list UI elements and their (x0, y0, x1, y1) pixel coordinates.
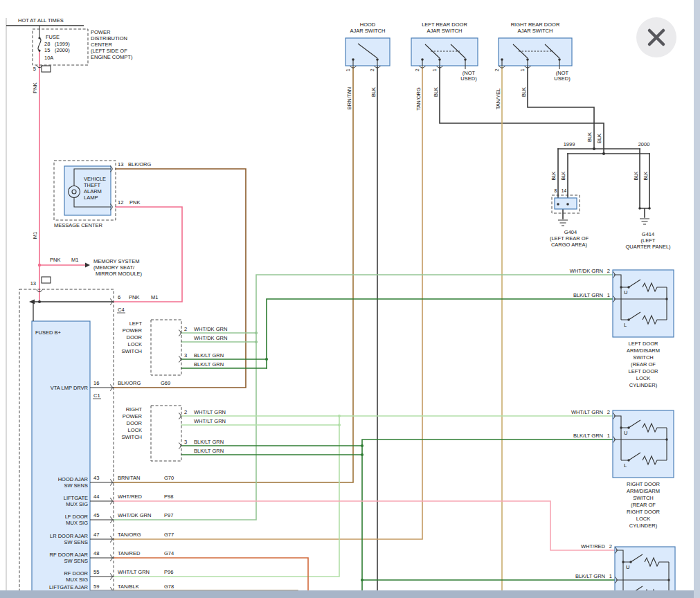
pin-name: HOOD AJAR (58, 476, 89, 482)
connector-arc (179, 443, 181, 449)
memory-system-line: (MEMORY SEAT/ (93, 264, 135, 271)
switch-dashed-box (151, 320, 181, 375)
pin-circuit: G74 (164, 550, 174, 556)
wire-label-blk: BLK (634, 171, 638, 180)
pin-circuit: G70 (164, 475, 174, 481)
wire-tanorg-left-rear (114, 66, 422, 539)
g404-location: CARGO AREA) (551, 242, 588, 248)
pdc-location-line: POWER (91, 29, 111, 35)
pin-circuit: P96 (164, 569, 173, 575)
message-center-caption: MESSAGE CENTER (54, 222, 103, 228)
wire-label-blk: BLK (521, 87, 527, 97)
pin-name: LF DOOR (65, 514, 89, 520)
g414-location: QUARTER PANEL) (625, 244, 671, 250)
switch-box (613, 410, 674, 478)
pin-number: 55 (93, 569, 99, 575)
wire-label-blk: BLK (596, 134, 602, 143)
pin-number: 47 (93, 532, 99, 538)
wire-label-brntan: BRN/TAN (346, 87, 352, 109)
pin2-wire-b: WHT/LT GRN (194, 418, 226, 424)
wire-label-blk: BLK (561, 171, 566, 180)
pin6-connector: C4 (118, 307, 125, 313)
wire-blkltgrn-left-main (267, 299, 613, 368)
memory-system-tap: PNK M1 MEMORY SYSTEM (MEMORY SEAT/ MIRRO… (30, 257, 143, 287)
pin16-circuit: G69 (161, 380, 170, 386)
pin-wire: TAN/RED (118, 550, 141, 556)
switch-title: LEFT REAR DOOR (422, 21, 467, 28)
switch-pin-number: 1 (345, 69, 350, 71)
terminal-dot (638, 207, 641, 210)
switch-label-line: LOCK (128, 427, 142, 433)
memory-circuit: M1 (71, 257, 78, 263)
bcm-pin-row-48: RF DOOR AJAR SW SENS 48 TAN/RED G74 (50, 550, 174, 564)
right-rear-door-ajar-switch: RIGHT REAR DOOR AJAR SWITCH 2 1 (NOT USE… (494, 21, 572, 109)
fuse-1999-year: (1999) (55, 41, 70, 47)
pin-circuit: P97 (164, 512, 173, 518)
wire-whtdkgrn-main (114, 275, 613, 520)
switch-caption-line: LEFT DOOR (629, 341, 658, 347)
arrow-to-memory-system (85, 263, 90, 268)
close-icon (636, 17, 676, 57)
pin-number: 44 (93, 493, 99, 500)
circuit-label-m1-vertical: M1 (32, 232, 38, 239)
position-u-label: U (624, 289, 627, 296)
wiring-diagram-svg: HOT AT ALL TIMES FUSE 28 (1999) 15 (2000… (0, 0, 700, 598)
hot-at-all-times-label: HOT AT ALL TIMES (18, 17, 64, 24)
lamp-label-line: LAMP (84, 194, 98, 201)
switch-label-line: RIGHT (126, 406, 143, 413)
fused-b-label: FUSED B+ (35, 329, 62, 336)
hood-ajar-switch: HOOD AJAR SWITCH 1 2 BRN/TAN BLK (345, 21, 390, 109)
terminal-dot (464, 58, 467, 61)
pin-wire: WHT/DK GRN (118, 512, 151, 518)
pin6-number: 6 (118, 294, 120, 300)
terminal-dot (557, 203, 559, 206)
terminal-dot (566, 203, 569, 206)
window-edge-right (694, 0, 700, 598)
switch-label-line: SWITCH (121, 434, 142, 440)
terminal-dot (501, 58, 503, 61)
switch-label-line: LEFT (129, 320, 143, 327)
year-2000-label: 2000 (638, 141, 650, 147)
pin3-wire-a: BLK/LT GRN (194, 439, 224, 445)
wire-whtred-liftgate (114, 501, 615, 550)
bcm-pin-row-44: LIFTGATE MUX SIG 44 WHT/RED P98 (64, 493, 174, 507)
pin16-connector: C1 (93, 392, 100, 399)
close-button[interactable] (636, 17, 676, 57)
wire-label-blk: BLK (586, 132, 593, 142)
switch-dashed-box (151, 406, 181, 461)
junction-dot (255, 341, 258, 343)
junction-dot (38, 300, 41, 303)
pin2-number: 2 (607, 268, 610, 274)
pin-number: 43 (93, 475, 99, 481)
lamp-pin13-wire: BLK/ORG (128, 161, 152, 167)
ground-symbol-g414 (640, 219, 649, 224)
terminal-dot (648, 207, 651, 210)
pin-circuit: P98 (164, 493, 173, 500)
switch-caption-line: CYLINDER) (629, 523, 658, 529)
switch-label-line: DOOR (127, 420, 143, 426)
pin1-number: 1 (607, 292, 610, 298)
pin16-wire: BLK/ORG (118, 380, 141, 386)
pin-wire: TAN/ORG (118, 532, 141, 538)
window-edge-bottom (0, 590, 700, 598)
switch-label-line: POWER (123, 327, 143, 334)
inline-connector-marker (42, 277, 51, 283)
terminal-dot (526, 58, 529, 61)
switch-label-line: DOOR (127, 334, 143, 341)
pin-name: RF DOOR (64, 570, 88, 577)
lamp-label-line: VEHICLE (84, 176, 106, 182)
pin-wire: WHT/LT GRN (118, 569, 150, 575)
junction-dot (338, 415, 341, 417)
pdc-location-line: CENTER (91, 42, 112, 48)
position-l-label: L (624, 462, 627, 469)
pin-name: MUX SIG (66, 577, 88, 583)
pin-name: SW SENS (64, 539, 88, 545)
pin3-wire-b: BLK/LT GRN (194, 448, 224, 454)
fuse-label: FUSE (46, 34, 60, 40)
pin3-wire-b: BLK/LT GRN (194, 361, 224, 368)
pin-number: 45 (93, 512, 99, 518)
fuse-terminal-dot (38, 37, 40, 39)
lamp-pin12-number: 12 (118, 199, 123, 206)
left-rear-door-ajar-switch: LEFT REAR DOOR AJAR SWITCH 2 1 (NOT USED… (411, 21, 478, 111)
pin-name: LIFTGATE AJAR (49, 584, 89, 590)
